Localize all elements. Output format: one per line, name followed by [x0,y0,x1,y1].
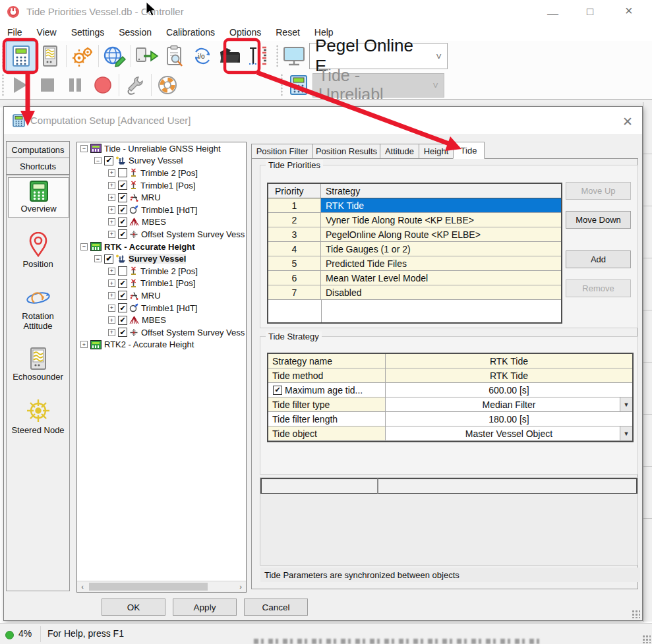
tree-checkbox[interactable] [118,168,127,177]
apply-button[interactable]: Apply [173,599,237,616]
tree-checkbox[interactable] [104,254,113,264]
property-value[interactable]: Master Vessel Object▼ [386,426,632,441]
tree-item-sensor[interactable]: Trimble1 [HdT] [77,302,246,314]
nav-shortcuts-button[interactable]: Shortcuts [6,158,70,175]
max-age-checkbox[interactable] [273,386,282,395]
tree-checkbox[interactable] [118,316,127,325]
shortcut-echosounder[interactable]: Echosounder [8,345,68,385]
shortcut-rotation-attitude[interactable]: Rotation Attitude [8,284,68,334]
geodesy-setup-button[interactable] [101,42,129,70]
tree-checkbox[interactable] [118,279,127,288]
toolbar-grip[interactable] [276,44,279,68]
move-down-button[interactable]: Move Down [566,211,631,229]
tree-item-computation[interactable]: Tide - Unreliable GNSS Height [77,142,246,155]
property-row[interactable]: Strategy name RTK Tide [268,354,632,368]
tab-attitude[interactable]: Attitude [380,144,419,159]
toolbar-grip[interactable] [1,73,5,97]
scroll-right-icon[interactable]: › [235,583,246,591]
tree-collapse-icon[interactable] [94,157,102,164]
tree-expand-icon[interactable] [108,329,115,336]
tree-checkbox[interactable] [118,291,127,300]
tree-checkbox[interactable] [118,193,127,202]
tree-item-sensor[interactable]: Trimble 2 [Pos] [77,265,246,278]
column-priority[interactable]: Priority [268,184,321,198]
stop-button[interactable] [34,71,61,99]
tree-item-computation[interactable]: RTK2 - Accurate Height [77,339,246,351]
tree-item-sensor[interactable]: Offset System Survey Vess [77,228,246,241]
tree-item-computation[interactable]: RTK - Accurate Height [77,241,246,253]
display-button[interactable] [280,42,308,70]
property-row[interactable]: Tide method RTK Tide [268,368,632,383]
export-button[interactable] [133,42,161,70]
record-button[interactable] [89,71,117,99]
dialog-resize-grip[interactable] [632,610,640,618]
tree-collapse-icon[interactable] [94,255,102,262]
tree-item-sensor[interactable]: Trimble1 [HdT] [77,204,246,216]
menu-reset[interactable]: Reset [268,27,307,38]
add-button[interactable]: Add [566,250,631,268]
property-row[interactable]: Maximum age tid... 600.00 [s] [268,383,632,397]
cancel-button[interactable]: Cancel [244,599,308,616]
menu-view[interactable]: View [30,27,64,38]
shortcut-overview[interactable]: Overview [8,177,69,218]
tree-checkbox[interactable] [118,266,127,276]
tree-expand-icon[interactable] [108,231,115,238]
tree-expand-icon[interactable] [80,341,88,348]
settings-gears-button[interactable] [69,42,96,70]
pause-button[interactable] [61,71,89,99]
toolbar-grip[interactable] [1,44,5,68]
table-row[interactable]: 5 Predicted Tide Files [268,256,561,271]
tree-checkbox[interactable] [118,205,127,214]
dropdown-arrow-icon[interactable]: ▼ [620,426,632,440]
property-row[interactable]: Tide object Master Vessel Object▼ [268,426,632,441]
device-combo[interactable]: Pegel Online E ˅ [309,43,448,69]
tree-expand-icon[interactable] [108,279,115,287]
io-drivers-button[interactable]: i/o [189,42,216,70]
help-lifebuoy-button[interactable] [154,71,181,99]
table-row[interactable]: 4 Tide Gauges (1 or 2) [268,242,561,256]
tab-height[interactable]: Height [419,144,454,159]
table-row[interactable]: 1 RTK Tide [268,198,561,213]
tree-checkbox[interactable] [104,156,113,165]
tab-tide[interactable]: Tide [453,142,485,159]
tree-expand-icon[interactable] [108,218,115,225]
tree-item-sensor[interactable]: MRU [77,289,246,302]
menu-session[interactable]: Session [111,27,159,38]
dropdown-arrow-icon[interactable]: ▼ [620,397,632,411]
minimize-button[interactable]: — [547,8,558,19]
tree-expand-icon[interactable] [108,206,115,214]
fix-button[interactable] [121,71,149,99]
tree-item-sensor[interactable]: Trimble 2 [Pos] [77,167,246,179]
tree-expand-icon[interactable] [108,316,115,324]
table-row[interactable]: 7 Disabled [268,285,561,300]
tree-expand-icon[interactable] [108,305,115,312]
tree-collapse-icon[interactable] [80,243,88,250]
menu-calibrations[interactable]: Calibrations [159,27,222,38]
property-row[interactable]: Tide filter type Median Filter▼ [268,397,632,412]
tree-item-sensor[interactable]: MBES [77,216,246,229]
tree-checkbox[interactable] [118,303,127,312]
tree-expand-icon[interactable] [108,292,115,299]
nav-computations-button[interactable]: Computations [6,141,70,158]
computation-setup-button[interactable] [6,41,36,71]
tab-position-results[interactable]: Position Results [312,144,380,159]
ok-button[interactable]: OK [102,599,165,616]
tree-checkbox[interactable] [118,218,127,227]
tree-expand-icon[interactable] [108,194,115,201]
tree-item-sensor[interactable]: MBES [77,314,246,326]
tree-checkbox[interactable] [118,229,127,239]
tree-item-sensor[interactable]: Trimble1 [Pos] [77,179,246,192]
tree-item-vessel[interactable]: Survey Vessel [77,252,246,265]
tree-checkbox[interactable] [118,181,127,190]
dialog-close-icon[interactable]: ✕ [622,114,633,129]
maximize-button[interactable]: □ [587,6,593,17]
echosounder-setup-button[interactable] [36,42,64,70]
table-row[interactable]: 2 Vyner Tide Along Route <KP ELBE> [268,213,561,227]
scrollbar-thumb[interactable] [89,583,208,591]
property-value[interactable]: Median Filter▼ [386,397,632,412]
tree-expand-icon[interactable] [108,169,115,177]
tree-expand-icon[interactable] [108,182,115,189]
tree-collapse-icon[interactable] [80,145,88,152]
table-row[interactable]: 3 PegelOnline Along Route <KP ELBE> [268,227,561,242]
close-button[interactable]: × [625,5,633,16]
